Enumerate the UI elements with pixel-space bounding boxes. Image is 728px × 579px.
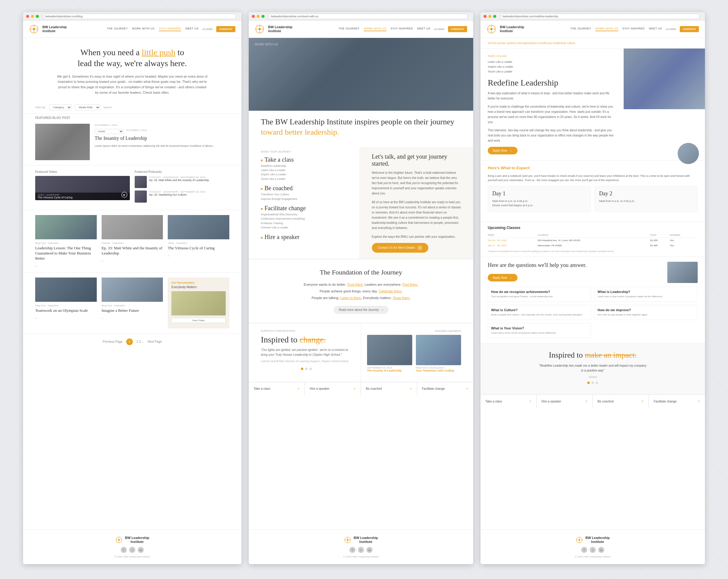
nav-journey-1[interactable]: THE JOURNEY [107,27,128,31]
question-text-4: See how we get people to work together a… [598,313,694,317]
service-nav-coached-3[interactable]: Be coached + [593,395,649,408]
social-tw-2[interactable]: t [358,547,364,553]
read-journey-btn[interactable]: Read more about the Journey ○ [334,306,388,314]
filter-category[interactable]: Category [49,104,72,110]
nav-alumni-3[interactable]: ALUMNI [666,28,676,31]
blog-card-readmore-1[interactable]: » [35,265,97,267]
question-card-4: How do we improve? See how we get people… [594,305,698,320]
nav-contact-btn-2[interactable]: CONTACT [448,26,467,32]
nav-work-3[interactable]: WORK WITH US [595,27,618,31]
blog-card-readmore-2[interactable]: » [102,260,163,262]
service-nav-facilitate-arrow-3: + [698,399,700,404]
social-fb-2[interactable]: f [349,547,356,553]
apply-btn-questions[interactable]: Apply Now → [488,274,518,282]
featured-post-content: NOVEMBER 2, 2016 HOME VIDEO PODCAST DOCU… [95,124,229,160]
blog-card-title-4: Teamwork on an Olympian Scale [35,308,97,313]
browser-minimize-1[interactable] [31,15,34,18]
dot-3-3[interactable] [596,381,598,384]
nav-inspired-2[interactable]: STAY INSPIRED [391,27,413,31]
nav-contact-btn-1[interactable]: CONTACT [216,26,235,32]
featured-post-filter[interactable]: HOME VIDEO PODCAST DOCUMENTARY [95,129,124,134]
browser-minimize-3[interactable] [488,15,491,18]
service-nav-speaker-3[interactable]: Hire a speaker + [537,395,593,408]
page-numbers[interactable]: 2 3 ... [136,340,144,343]
questions-intro: Here are the questions we'll help you an… [488,262,698,283]
footer-social-1: f t in [29,547,235,553]
browser-url-2[interactable]: bwleadershipinstitute.com/work-with-us [269,14,468,19]
blog-card-meta-2: Podcast · Inspiration [102,242,163,244]
social-tw-1[interactable]: t [129,547,135,553]
current-page[interactable]: 1 [126,339,133,345]
social-fb-1[interactable]: f [121,547,127,553]
prev-page[interactable]: Previous Page [103,340,123,343]
inspirations-right-label: Everyday Inspirations [367,330,461,333]
service-nav-class-3[interactable]: Take a class + [480,395,537,408]
what-to-expect: Here's What to Expect: Bring a pen and a… [480,160,705,222]
nav-inspired-3[interactable]: STAY INSPIRED [622,27,645,31]
service-nav-speaker-2[interactable]: Hire a speaker + [305,382,361,395]
nav-alumni-2[interactable]: ALUMNI [434,28,444,31]
apply-now-btn[interactable]: Apply Now → [488,147,518,154]
nav-journey-2[interactable]: THE JOURNEY [339,27,360,31]
nav-work-1[interactable]: WORK WITH US [132,27,155,31]
dot-3-2[interactable] [592,381,594,384]
dot-3[interactable] [309,368,312,370]
featured-video-thumb[interactable]: VIDEO · LEADERSHIP The Virtuous Cycle of… [35,176,130,200]
browser-maximize-3[interactable] [493,15,496,18]
browser-close-3[interactable] [484,15,487,18]
browser-close-1[interactable] [26,15,29,18]
social-li-2[interactable]: in [366,547,372,553]
featured-post-excerpt: Lorem ipsum dolor sit amet consectetur a… [95,144,229,148]
nav-meet-2[interactable]: MEET US [417,27,430,31]
nav-links-2: THE JOURNEY WORK WITH US STAY INSPIRED M… [339,27,430,31]
nav-contact-btn-3[interactable]: CONTACT [680,26,699,32]
browser-url-3[interactable]: bwleadershipinstitute.com/redefine-leade… [500,14,700,19]
browser-maximize-1[interactable] [36,15,39,18]
service-nav-coached-2[interactable]: Be coached + [361,382,417,395]
service-nav-facilitate-3[interactable]: Facilitate change + [649,395,705,408]
nav-journey-3[interactable]: THE JOURNEY [570,27,591,31]
filter-media[interactable]: Media Role [75,104,100,110]
dot-3-1[interactable] [587,381,590,384]
redefine-hero-right [624,49,705,160]
social-tw-3[interactable]: t [590,547,596,553]
browser-close-2[interactable] [252,15,255,18]
nav-work-2[interactable]: WORK WITH US [364,27,386,31]
social-fb-3[interactable]: f [581,547,587,553]
blog-card-readmore-3[interactable]: » [168,255,229,257]
nav-meet-3[interactable]: MEET US [649,27,662,31]
doc-img-inner [172,291,226,315]
lets-talk-heading: Let's talk, and get your journey started… [372,153,461,167]
featured-post-title: The Insanity of Leadership [95,135,229,142]
blog-card-readmore-4[interactable]: » [35,317,97,320]
cta-contact-btn[interactable]: Contact Us for More Details → [372,243,428,253]
foundation-celebrate: Celebrate them. [379,289,402,293]
featured-post-image [35,124,90,160]
nav-inspired-1[interactable]: STAY INSPIRED [159,27,181,31]
next-page[interactable]: Next Page [148,340,162,343]
dot-2[interactable] [305,368,308,370]
footer-logo-icon-2 [344,536,351,544]
browser-chrome-2: bwleadershipinstitute.com/work-with-us [249,12,473,21]
nav-meet-1[interactable]: MEET US [185,27,199,31]
service-nav-facilitate-2[interactable]: Facilitate change + [417,382,473,395]
social-li-1[interactable]: in [138,547,144,553]
browser-url-1[interactable]: bwleadershipinstitute.com/blog [43,14,236,19]
filter-search[interactable]: Search [103,106,112,109]
blog-card-readmore-5[interactable]: » [102,317,163,320]
svg-point-7 [118,539,120,541]
browser-maximize-2[interactable] [261,15,264,18]
redefine-body2: If you're ready to challenge the convent… [488,104,618,125]
day1-schedule: Meet from 8 a.m. to 4:30 p.m. [492,199,586,204]
dot-1[interactable] [301,368,303,370]
journey-title-1: Take a class [264,156,294,163]
featured-post-date: NOVEMBER 2, 2016 [95,124,118,127]
nav-alumni-1[interactable]: ALUMNI [202,28,213,31]
featured-video-label: Featured Video [35,170,130,174]
row1-cost: $1,995 [650,238,670,243]
browser-minimize-2[interactable] [257,15,260,18]
service-nav-class-2[interactable]: Take a class + [249,382,305,395]
doc-trailer-btn[interactable]: View Trailer [172,318,226,323]
journey-bullet-1 [261,160,263,161]
social-li-3[interactable]: in [598,547,604,553]
